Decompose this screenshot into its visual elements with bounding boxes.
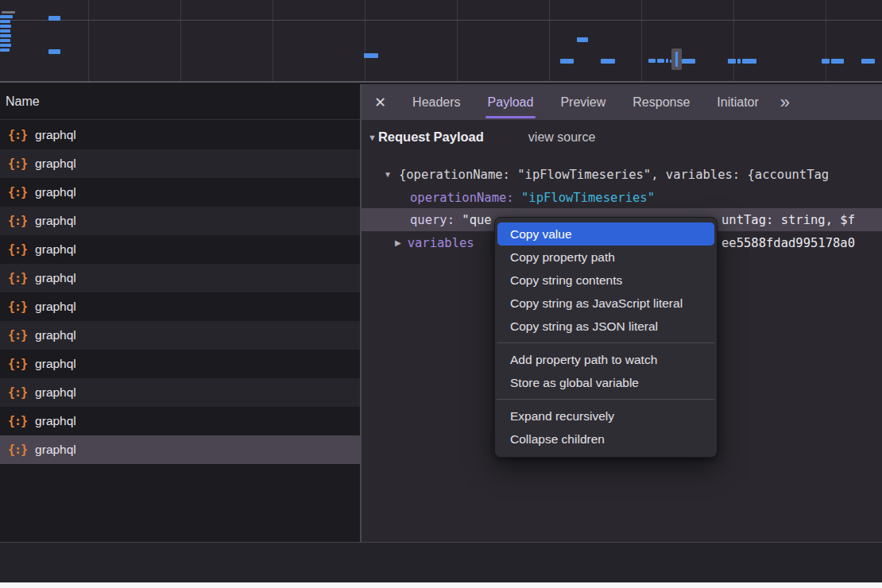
- json-braces-icon: {:}: [8, 357, 27, 371]
- json-braces-icon: {:}: [8, 128, 27, 142]
- request-row-graphql[interactable]: {:}graphql: [0, 350, 360, 378]
- request-row-graphql[interactable]: {:}graphql: [0, 321, 360, 350]
- overview-gridline: [180, 0, 181, 81]
- property-value-left: "que: [462, 213, 491, 227]
- json-braces-icon: {:}: [8, 414, 27, 428]
- request-timing-bar[interactable]: [0, 29, 10, 33]
- payload-root-row[interactable]: ▼{operationName: "ipFlowTimeseries", var…: [362, 163, 882, 186]
- json-braces-icon: {:}: [8, 242, 27, 257]
- request-timing-bar[interactable]: [822, 59, 830, 64]
- property-value: "ipFlowTimeseries": [521, 191, 655, 205]
- request-timing-bar[interactable]: [831, 59, 844, 64]
- json-braces-icon: {:}: [8, 385, 27, 400]
- request-timing-bar[interactable]: [0, 25, 11, 28]
- request-timing-bar[interactable]: [742, 59, 756, 64]
- request-timing-bar[interactable]: [601, 59, 615, 64]
- menu-item-add-property-path-to-watch[interactable]: Add property path to watch: [497, 348, 714, 371]
- request-row-graphql[interactable]: {:}graphql: [0, 292, 360, 321]
- request-timing-bar[interactable]: [728, 59, 736, 64]
- menu-item-expand-recursively[interactable]: Expand recursively: [497, 404, 714, 427]
- menu-item-collapse-children[interactable]: Collapse children: [497, 427, 714, 451]
- menu-item-copy-property-path[interactable]: Copy property path: [497, 246, 714, 269]
- menu-separator: [497, 399, 715, 400]
- request-payload-section-header[interactable]: ▼ Request Payload view source: [368, 130, 595, 145]
- request-timing-bar[interactable]: [577, 37, 588, 42]
- request-row-graphql[interactable]: {:}graphql: [0, 235, 360, 264]
- network-overview-timeline[interactable]: [0, 0, 882, 83]
- request-timing-bar[interactable]: [364, 53, 378, 58]
- detail-tabbar: ✕ HeadersPayloadPreviewResponseInitiator…: [362, 84, 882, 120]
- overview-gridline: [457, 0, 458, 81]
- more-tabs-icon[interactable]: »: [780, 92, 788, 113]
- request-timing-bar[interactable]: [737, 59, 741, 64]
- request-row-graphql[interactable]: {:}graphql: [0, 378, 360, 407]
- request-row-graphql[interactable]: {:}graphql: [0, 207, 360, 235]
- request-timing-bar[interactable]: [0, 20, 10, 23]
- json-braces-icon: {:}: [8, 214, 27, 228]
- request-row-graphql[interactable]: {:}graphql: [0, 264, 360, 292]
- request-timing-bar[interactable]: [560, 59, 574, 64]
- expand-triangle-icon[interactable]: ▼: [384, 170, 392, 179]
- overview-gridline: [641, 0, 642, 81]
- request-timing-bar[interactable]: [48, 49, 60, 54]
- tab-payload[interactable]: Payload: [474, 84, 547, 120]
- request-row-graphql[interactable]: {:}graphql: [0, 121, 360, 149]
- tab-response[interactable]: Response: [619, 84, 703, 120]
- window-edge: [0, 582, 882, 588]
- tab-strip: HeadersPayloadPreviewResponseInitiator: [399, 84, 772, 120]
- menu-item-store-as-global-variable[interactable]: Store as global variable: [497, 371, 714, 394]
- request-timing-bar[interactable]: [657, 59, 664, 63]
- summary-bar: [0, 543, 882, 582]
- overview-gridline: [273, 0, 273, 81]
- close-icon[interactable]: ✕: [374, 94, 386, 111]
- request-timing-bar[interactable]: [0, 15, 13, 18]
- menu-item-copy-string-as-json-literal[interactable]: Copy string as JSON literal: [497, 315, 714, 338]
- request-name-label: graphql: [35, 128, 76, 142]
- collapsed-triangle-icon[interactable]: ▶: [395, 238, 401, 247]
- operation-name-row[interactable]: operationName: "ipFlowTimeseries": [362, 186, 882, 209]
- request-name-label: graphql: [35, 242, 76, 257]
- request-name-label: graphql: [35, 185, 76, 199]
- tab-initiator[interactable]: Initiator: [703, 84, 772, 120]
- json-braces-icon: {:}: [8, 185, 27, 199]
- overview-baseline: [0, 20, 882, 21]
- json-braces-icon: {:}: [8, 271, 27, 285]
- section-expand-triangle-icon[interactable]: ▼: [368, 133, 377, 142]
- request-timing-bar[interactable]: [666, 59, 668, 63]
- request-timing-bar[interactable]: [2, 11, 15, 14]
- overview-gridline: [826, 0, 826, 81]
- request-name-label: graphql: [35, 271, 76, 285]
- request-timing-bar[interactable]: [0, 44, 11, 47]
- request-row-graphql[interactable]: {:}graphql: [0, 407, 360, 435]
- section-title: Request Payload: [378, 130, 484, 145]
- tab-headers[interactable]: Headers: [399, 84, 474, 120]
- name-column-label: Name: [6, 95, 40, 109]
- overview-gridline: [549, 0, 550, 81]
- request-row-graphql[interactable]: {:}graphql: [0, 178, 360, 207]
- request-timing-bar[interactable]: [648, 59, 656, 63]
- request-timing-bar[interactable]: [48, 16, 60, 21]
- menu-item-copy-value[interactable]: Copy value: [497, 222, 714, 246]
- request-timing-bar[interactable]: [861, 59, 875, 64]
- tab-preview[interactable]: Preview: [547, 84, 619, 120]
- request-row-graphql[interactable]: {:}graphql: [0, 149, 360, 178]
- request-name-label: graphql: [35, 157, 76, 171]
- view-source-link[interactable]: view source: [528, 130, 595, 145]
- request-timing-bar[interactable]: [0, 34, 11, 37]
- context-menu: Copy valueCopy property pathCopy string …: [494, 217, 718, 458]
- json-braces-icon: {:}: [8, 443, 27, 457]
- request-list: {:}graphql{:}graphql{:}graphql{:}graphql…: [0, 121, 360, 464]
- payload-object-preview: {operationName: "ipFlowTimeseries", vari…: [399, 168, 829, 182]
- request-timing-bar[interactable]: [0, 48, 10, 52]
- overview-gridline: [365, 0, 366, 81]
- overview-selection-tick: [675, 52, 678, 67]
- request-timing-bar[interactable]: [0, 39, 10, 42]
- name-column-header[interactable]: Name: [0, 84, 361, 120]
- panel-divider[interactable]: [360, 84, 362, 582]
- request-name-label: graphql: [35, 214, 76, 228]
- menu-item-copy-string-contents[interactable]: Copy string contents: [497, 269, 714, 292]
- request-timing-bar[interactable]: [682, 59, 695, 64]
- menu-item-copy-string-as-javascript-literal[interactable]: Copy string as JavaScript literal: [497, 292, 714, 315]
- request-row-graphql-selected[interactable]: {:}graphql: [0, 435, 360, 464]
- menu-separator: [497, 342, 715, 343]
